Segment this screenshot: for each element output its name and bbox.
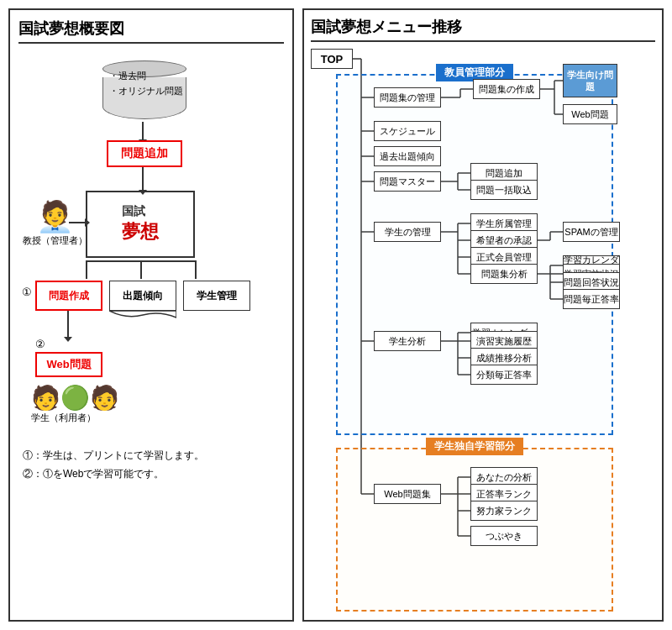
left-panel: 国試夢想概要図 ・過去問 ・オリジナル問題 問題追加 bbox=[8, 8, 294, 622]
student-section-label: 学生独自学習部分 bbox=[426, 438, 523, 455]
doryokusha-rank: 努力家ランク bbox=[470, 501, 538, 521]
diagram-area: ・過去問 ・オリジナル問題 問題追加 国試 夢想 bbox=[18, 52, 284, 539]
student-icons: 🧑🟢🧑 bbox=[31, 384, 119, 412]
logo-box: 国試 夢想 bbox=[86, 191, 195, 258]
gakusei-kanri-box: 学生管理 bbox=[183, 281, 250, 311]
mondai-shu-bunseki: 問題集分析 bbox=[470, 264, 538, 284]
circle-2: ② bbox=[35, 338, 102, 350]
mondai-sakusei-box: 問題作成 bbox=[35, 281, 102, 311]
circle-1: ① bbox=[22, 286, 32, 298]
arrow-logo-left bbox=[86, 260, 87, 279]
right-title: 国試夢想メニュー推移 bbox=[311, 17, 655, 42]
web-mondai-box: Web問題 bbox=[35, 352, 102, 377]
web-mondai-menu: Web問題 bbox=[563, 104, 617, 124]
notes-area: ①：学生は、プリントにて学習します。 ②：①をWebで学習可能です。 bbox=[23, 447, 204, 483]
arrow-mondai-to-logo bbox=[142, 167, 144, 191]
web-mondai-shu: Web問題集 bbox=[374, 484, 441, 504]
mondai-shu-no-sakusei: 問題集の作成 bbox=[473, 79, 540, 99]
note-1: ①：学生は、プリントにて学習します。 bbox=[23, 447, 204, 465]
professor-label: 教授（管理者） bbox=[23, 234, 87, 247]
doc-wave bbox=[109, 311, 176, 319]
menu-diagram: TOP 教員管理部分 学生独自学習部分 問題集の管理 問題集の作成 学生向け問題 bbox=[311, 49, 655, 603]
kako-shutsu-menu: 過去出題傾向 bbox=[374, 146, 441, 166]
mondai-shu-no-kanri: 問題集の管理 bbox=[374, 87, 441, 108]
logo-kanji2: 夢想 bbox=[122, 219, 159, 244]
bunrui-mai: 分類毎正答率 bbox=[470, 365, 538, 385]
professor-icon: 🧑‍💼 bbox=[23, 199, 87, 234]
mondai-ikkatu-sub: 問題一括取込 bbox=[470, 180, 538, 200]
arrow-mondai-to-web bbox=[67, 311, 69, 338]
arrow-prof-to-logo bbox=[69, 222, 86, 223]
note-2: ②：①をWebで学習可能です。 bbox=[23, 465, 204, 484]
arrow-db-to-mondai bbox=[142, 122, 144, 140]
logo-kanji1: 国試 bbox=[122, 204, 159, 219]
shutsudai-box: 出題傾向 bbox=[109, 281, 176, 311]
shutsudai-keikou-area: 出題傾向 bbox=[109, 281, 176, 319]
gakusei-muke-mondai: 学生向け問題 bbox=[563, 64, 617, 97]
mondai-mai-seito: 問題毎正答率 bbox=[563, 289, 620, 309]
students-area: 🧑🟢🧑 学生（利用者） bbox=[31, 384, 119, 424]
spam-no-kanri: SPAMの管理 bbox=[563, 222, 620, 242]
arrow-logo-right bbox=[195, 260, 197, 279]
gakusei-no-kanri: 学生の管理 bbox=[374, 222, 441, 242]
right-panel: 国試夢想メニュー推移 bbox=[302, 8, 664, 622]
arrow-logo-center bbox=[140, 260, 142, 279]
web-mondai-area: ② Web問題 bbox=[35, 338, 102, 377]
schedule-menu: スケジュール bbox=[374, 121, 441, 141]
top-box: TOP bbox=[311, 49, 353, 69]
mondai-master-menu: 問題マスター bbox=[374, 171, 441, 192]
student-label: 学生（利用者） bbox=[31, 412, 119, 424]
mondai-tsuika-box: 問題追加 bbox=[107, 140, 182, 167]
gakusei-bunseki: 学生分析 bbox=[374, 331, 441, 351]
tsubuyaki-menu: つぶやき bbox=[470, 526, 538, 546]
left-title: 国試夢想概要図 bbox=[18, 18, 284, 44]
db-text: ・過去問 ・オリジナル問題 bbox=[109, 69, 183, 98]
